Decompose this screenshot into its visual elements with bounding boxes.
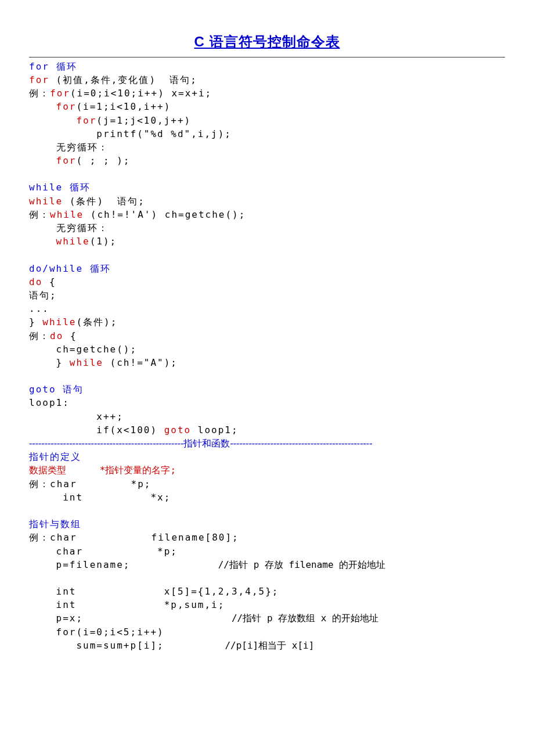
for-ex3-kw: for	[76, 115, 96, 126]
do-cond: (条件);	[76, 316, 117, 327]
ptrdef-ex2: int *x;	[63, 492, 171, 503]
for-kw: for	[29, 74, 49, 85]
do-while-kw: while	[42, 316, 76, 327]
ptrarr-l1: char filename[80];	[50, 532, 239, 543]
while-ex-label: 例：	[29, 209, 50, 220]
ptrdef-syntax: 数据类型 *指针变量的名字;	[29, 465, 176, 476]
ptrarr-l8a: sum=sum+p[i];	[76, 640, 164, 651]
while-inf-rest: (1);	[90, 236, 117, 247]
ptrdef-ex1: char *p;	[50, 478, 151, 489]
for-ex-label: 例：	[29, 88, 50, 99]
goto-l3a: if(x<100)	[96, 424, 164, 435]
dowhile-heading: do/while 循环	[29, 263, 111, 274]
goto-l1: loop1:	[29, 397, 70, 408]
ptrarr-l4: int x[5]={1,2,3,4,5};	[56, 586, 279, 597]
for-ex3-rest: (j=1;j<10,j++)	[96, 115, 191, 126]
goto-l2: x++;	[96, 411, 124, 422]
ptrarr-l3c: //指针 p 存放 filename 的开始地址	[218, 559, 386, 570]
while-inf-label: 无穷循环：	[56, 222, 109, 233]
for-ex1-kw: for	[50, 88, 70, 99]
do-ex-while: while	[70, 357, 103, 368]
while-rest: (条件) 语句;	[63, 196, 145, 207]
title-underline	[29, 57, 505, 57]
for-inf-rest: ( ; ; );	[76, 155, 130, 166]
ptrdef-heading: 指针的定义	[29, 451, 81, 462]
ptrarr-ex-label: 例：	[29, 532, 50, 543]
for-inf-label: 无穷循环：	[56, 142, 109, 153]
dash-right: ----------------------------------------…	[230, 438, 372, 448]
ptrarr-l2: char *p;	[56, 546, 178, 557]
ptrdef-ex-label: 例：	[29, 478, 50, 489]
do-ex-cond: (ch!="A");	[103, 357, 178, 368]
goto-l3b: loop1;	[191, 424, 238, 435]
while-kw: while	[29, 196, 63, 207]
for-ex2-rest: (i=1;i<10,i++)	[76, 101, 171, 112]
ptrarr-l7: for(i=0;i<5;i++)	[56, 627, 164, 638]
dash-left: ----------------------------------------…	[29, 438, 183, 448]
for-rest: (初值,条件,变化值) 语句;	[49, 74, 197, 85]
goto-heading: goto 语句	[29, 384, 84, 395]
for-heading: for 循环	[29, 61, 77, 72]
do-stmt: 语句;	[29, 290, 57, 301]
do-ex-label: 例：	[29, 330, 50, 341]
for-inf-kw: for	[56, 155, 77, 166]
do-ex-close: }	[56, 357, 70, 368]
while-inf-kw: while	[56, 236, 90, 247]
for-ex4: printf("%d %d",i,j);	[96, 128, 232, 139]
section-divider: ----------------------------------------…	[29, 438, 373, 448]
while-heading: while 循环	[29, 182, 91, 193]
do-ex-do: do	[50, 330, 63, 341]
goto-kw: goto	[164, 424, 192, 435]
divider-label: 指针和函数	[183, 438, 230, 448]
do-ex-body: ch=getche();	[56, 344, 138, 355]
ptrarr-l5: int *p,sum,i;	[56, 599, 225, 610]
ptrarr-l8c: //p[i]相当于 x[i]	[225, 640, 314, 651]
do-ex-brace: {	[63, 330, 77, 341]
do-close: }	[29, 316, 42, 327]
ptrarr-l3a: p=filename;	[56, 559, 131, 570]
while-ex1-rest: (ch!=!'A') ch=getche();	[84, 209, 246, 220]
do-brace: {	[42, 276, 56, 287]
do-dots: ...	[29, 303, 49, 314]
ptrarr-l6c: //指针 p 存放数组 x 的开始地址	[232, 613, 378, 624]
while-ex1-kw: while	[50, 209, 84, 220]
ptrarr-heading: 指针与数组	[29, 519, 81, 530]
for-ex1-rest: (i=0;i<10;i++) x=x+i;	[70, 88, 212, 99]
for-ex2-kw: for	[56, 101, 77, 112]
do-kw: do	[29, 276, 42, 287]
document-body: for 循环 for (初值,条件,变化值) 语句; 例：for(i=0;i<1…	[29, 60, 505, 652]
page-title: C 语言符号控制命令表	[29, 32, 505, 52]
ptrarr-l6a: p=x;	[56, 613, 84, 624]
